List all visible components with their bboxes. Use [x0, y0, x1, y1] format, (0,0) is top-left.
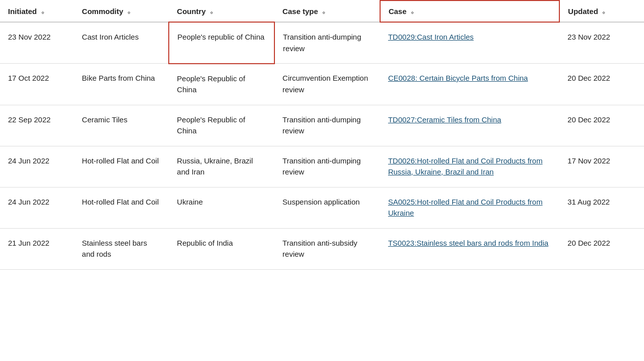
- cell-case: SA0025:Hot-rolled Flat and Coil Products…: [380, 187, 559, 228]
- cell-initiated: 24 Jun 2022: [0, 187, 74, 228]
- col-header-case[interactable]: Case ⬦: [380, 1, 559, 22]
- cell-commodity: Cast Iron Articles: [74, 22, 169, 64]
- col-header-casetype-label: Case type: [282, 7, 318, 16]
- col-header-commodity[interactable]: Commodity ⬦: [74, 1, 169, 22]
- cell-initiated: 21 Jun 2022: [0, 228, 74, 269]
- cell-commodity: Hot-rolled Flat and Coil: [74, 187, 169, 228]
- cell-commodity: Bike Parts from China: [74, 64, 169, 105]
- table-row: 24 Jun 2022Hot-rolled Flat and CoilUkrai…: [0, 187, 644, 228]
- cell-commodity: Hot-rolled Flat and Coil: [74, 146, 169, 187]
- case-link[interactable]: TD0027:Ceramic Tiles from China: [388, 115, 501, 124]
- table-row: 22 Sep 2022Ceramic TilesPeople's Republi…: [0, 105, 644, 146]
- cell-case: TD0027:Ceramic Tiles from China: [380, 105, 559, 146]
- case-link[interactable]: TD0029:Cast Iron Articles: [388, 33, 474, 41]
- cell-casetype: Transition anti-dumping review: [274, 146, 380, 187]
- cell-casetype: Circumvention Exemption review: [274, 64, 380, 105]
- cell-updated: 23 Nov 2022: [559, 22, 644, 64]
- sort-icon-updated: ⬦: [602, 9, 605, 15]
- sort-icon-case: ⬦: [411, 9, 414, 15]
- cell-country: Russia, Ukraine, Brazil and Iran: [169, 146, 274, 187]
- case-link[interactable]: SA0025:Hot-rolled Flat and Coil Products…: [388, 198, 542, 218]
- table-row: 21 Jun 2022Stainless steel bars and rods…: [0, 228, 644, 269]
- case-link[interactable]: TD0026:Hot-rolled Flat and Coil Products…: [388, 156, 542, 176]
- cell-country: People's Republic of China: [169, 105, 274, 146]
- col-header-initiated[interactable]: Initiated ⬦: [0, 1, 74, 22]
- table-header-row: Initiated ⬦ Commodity ⬦ Country ⬦ Case t…: [0, 1, 644, 22]
- cell-updated: 31 Aug 2022: [559, 187, 644, 228]
- col-header-casetype[interactable]: Case type ⬦: [274, 1, 380, 22]
- cell-updated: 17 Nov 2022: [559, 146, 644, 187]
- cell-initiated: 23 Nov 2022: [0, 22, 74, 64]
- table-row: 24 Jun 2022Hot-rolled Flat and CoilRussi…: [0, 146, 644, 187]
- cell-country: Republic of India: [169, 228, 274, 269]
- cell-country: People's republic of China: [169, 22, 274, 64]
- table-row: 17 Oct 2022Bike Parts from ChinaPeople's…: [0, 64, 644, 105]
- case-link[interactable]: CE0028: Certain Bicycle Parts from China: [388, 74, 528, 82]
- cell-casetype: Suspension application: [274, 187, 380, 228]
- cell-case: TD0026:Hot-rolled Flat and Coil Products…: [380, 146, 559, 187]
- cell-case: CE0028: Certain Bicycle Parts from China: [380, 64, 559, 105]
- cell-initiated: 22 Sep 2022: [0, 105, 74, 146]
- cell-case: TD0029:Cast Iron Articles: [380, 22, 559, 64]
- cell-case: TS0023:Stainless steel bars and rods fro…: [380, 228, 559, 269]
- cell-initiated: 24 Jun 2022: [0, 146, 74, 187]
- cell-initiated: 17 Oct 2022: [0, 64, 74, 105]
- cell-updated: 20 Dec 2022: [559, 105, 644, 146]
- col-header-country[interactable]: Country ⬦: [169, 1, 274, 22]
- cell-commodity: Ceramic Tiles: [74, 105, 169, 146]
- cell-updated: 20 Dec 2022: [559, 228, 644, 269]
- cell-casetype: Transition anti-dumping review: [274, 105, 380, 146]
- cell-updated: 20 Dec 2022: [559, 64, 644, 105]
- cell-casetype: Transition anti-subsidy review: [274, 228, 380, 269]
- col-header-country-label: Country: [177, 7, 206, 16]
- table-row: 23 Nov 2022Cast Iron ArticlesPeople's re…: [0, 22, 644, 64]
- main-table-container: Initiated ⬦ Commodity ⬦ Country ⬦ Case t…: [0, 0, 644, 270]
- cell-country: Ukraine: [169, 187, 274, 228]
- sort-icon-country: ⬦: [210, 9, 213, 15]
- cases-table: Initiated ⬦ Commodity ⬦ Country ⬦ Case t…: [0, 0, 644, 270]
- sort-icon-initiated: ⬦: [41, 9, 45, 15]
- table-body: 23 Nov 2022Cast Iron ArticlesPeople's re…: [0, 22, 644, 269]
- col-header-commodity-label: Commodity: [82, 7, 124, 16]
- sort-icon-commodity: ⬦: [127, 9, 131, 15]
- sort-icon-casetype: ⬦: [322, 9, 326, 15]
- cell-casetype: Transition anti-dumping review: [274, 22, 380, 64]
- case-link[interactable]: TS0023:Stainless steel bars and rods fro…: [388, 239, 548, 247]
- col-header-updated-label: Updated: [568, 7, 598, 16]
- cell-country: People's Republic of China: [169, 64, 274, 105]
- col-header-updated[interactable]: Updated ⬦: [559, 1, 644, 22]
- col-header-case-label: Case: [389, 7, 407, 16]
- col-header-initiated-label: Initiated: [8, 7, 37, 16]
- cell-commodity: Stainless steel bars and rods: [74, 228, 169, 269]
